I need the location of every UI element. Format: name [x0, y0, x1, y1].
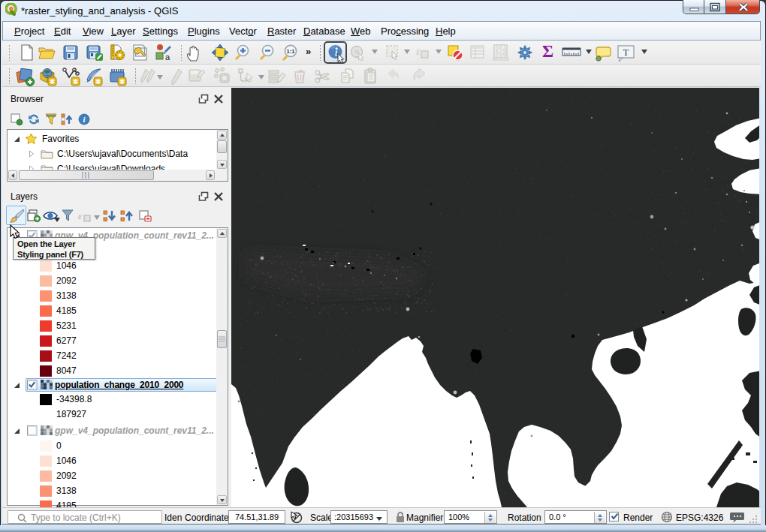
svg-text:ε: ε [416, 45, 421, 57]
svg-text:a: a [165, 53, 170, 62]
svg-text:T: T [623, 47, 629, 58]
svg-text:ε: ε [78, 210, 83, 221]
svg-text:1:1: 1:1 [287, 48, 295, 55]
